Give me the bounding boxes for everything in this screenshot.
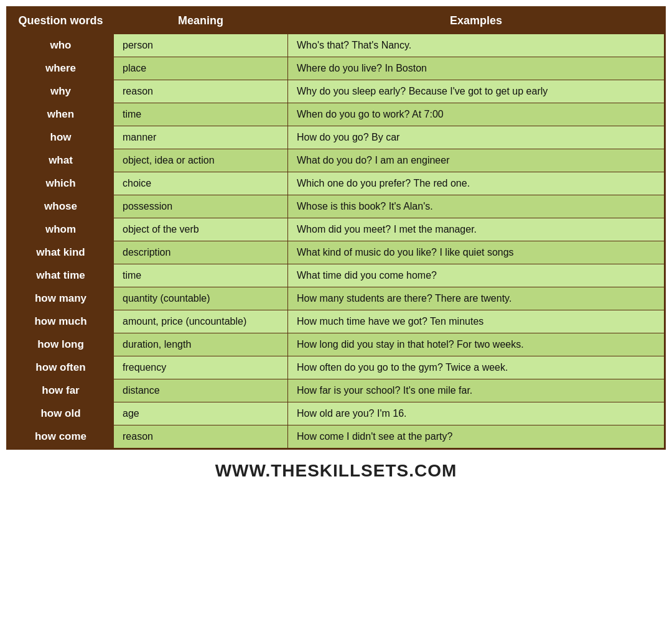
cell-question-word: who [8, 34, 114, 57]
cell-question-word: whose [8, 195, 114, 218]
cell-meaning: time [114, 264, 288, 287]
cell-meaning: time [114, 103, 288, 126]
cell-meaning: duration, length [114, 333, 288, 356]
table-row: whereplaceWhere do you live? In Boston [8, 57, 665, 80]
cell-question-word: how far [8, 379, 114, 402]
cell-meaning: description [114, 241, 288, 264]
table-row: what kinddescriptionWhat kind of music d… [8, 241, 665, 264]
cell-example: Whom did you meet? I met the manager. [288, 218, 665, 241]
cell-example: Why do you sleep early? Because I've got… [288, 80, 665, 103]
header-question-words: Question words [8, 8, 114, 34]
cell-question-word: how long [8, 333, 114, 356]
table-row: how manyquantity (countable)How many stu… [8, 287, 665, 310]
table-row: whichchoiceWhich one do you prefer? The … [8, 172, 665, 195]
cell-meaning: reason [114, 425, 288, 448]
cell-example: How often do you go to the gym? Twice a … [288, 356, 665, 379]
table-row: whatobject, idea or actionWhat do you do… [8, 149, 665, 172]
cell-example: What do you do? I am an engineer [288, 149, 665, 172]
cell-meaning: reason [114, 80, 288, 103]
table-row: how longduration, lengthHow long did you… [8, 333, 665, 356]
cell-meaning: quantity (countable) [114, 287, 288, 310]
cell-example: How come I didn't see at the party? [288, 425, 665, 448]
cell-example: How many students are there? There are t… [288, 287, 665, 310]
header-meaning: Meaning [114, 8, 288, 34]
question-words-table: Question words Meaning Examples whoperso… [6, 6, 666, 450]
cell-example: Who's that? That's Nancy. [288, 34, 665, 57]
cell-example: How do you go? By car [288, 126, 665, 149]
cell-meaning: manner [114, 126, 288, 149]
cell-example: What time did you come home? [288, 264, 665, 287]
table-row: whyreasonWhy do you sleep early? Because… [8, 80, 665, 103]
cell-question-word: when [8, 103, 114, 126]
cell-question-word: how much [8, 310, 114, 333]
cell-question-word: how old [8, 402, 114, 425]
table-row: how comereasonHow come I didn't see at t… [8, 425, 665, 448]
cell-example: When do you go to work? At 7:00 [288, 103, 665, 126]
cell-example: How long did you stay in that hotel? For… [288, 333, 665, 356]
table-row: how muchamount, price (uncountable)How m… [8, 310, 665, 333]
header-examples: Examples [288, 8, 665, 34]
table-row: how fardistanceHow far is your school? I… [8, 379, 665, 402]
table-row: whosepossessionWhose is this book? It's … [8, 195, 665, 218]
table-row: whopersonWho's that? That's Nancy. [8, 34, 665, 57]
cell-meaning: object, idea or action [114, 149, 288, 172]
cell-meaning: object of the verb [114, 218, 288, 241]
table-header-row: Question words Meaning Examples [8, 8, 665, 34]
table-row: whentimeWhen do you go to work? At 7:00 [8, 103, 665, 126]
cell-meaning: distance [114, 379, 288, 402]
cell-question-word: what kind [8, 241, 114, 264]
cell-question-word: how [8, 126, 114, 149]
cell-example: How far is your school? It's one mile fa… [288, 379, 665, 402]
cell-meaning: place [114, 57, 288, 80]
table-row: whomobject of the verbWhom did you meet?… [8, 218, 665, 241]
cell-question-word: how come [8, 425, 114, 448]
cell-example: How much time have we got? Ten minutes [288, 310, 665, 333]
cell-example: What kind of music do you like? I like q… [288, 241, 665, 264]
cell-question-word: what [8, 149, 114, 172]
cell-example: How old are you? I'm 16. [288, 402, 665, 425]
cell-example: Which one do you prefer? The red one. [288, 172, 665, 195]
cell-question-word: how many [8, 287, 114, 310]
cell-question-word: what time [8, 264, 114, 287]
cell-meaning: choice [114, 172, 288, 195]
table-row: how oftenfrequencyHow often do you go to… [8, 356, 665, 379]
table-row: what timetimeWhat time did you come home… [8, 264, 665, 287]
table-row: howmannerHow do you go? By car [8, 126, 665, 149]
cell-example: Where do you live? In Boston [288, 57, 665, 80]
cell-meaning: amount, price (uncountable) [114, 310, 288, 333]
cell-question-word: why [8, 80, 114, 103]
table-row: how oldageHow old are you? I'm 16. [8, 402, 665, 425]
cell-question-word: how often [8, 356, 114, 379]
footer-website: WWW.THESKILLSETS.COM [215, 461, 457, 481]
cell-meaning: person [114, 34, 288, 57]
cell-meaning: frequency [114, 356, 288, 379]
cell-question-word: where [8, 57, 114, 80]
cell-meaning: age [114, 402, 288, 425]
cell-question-word: whom [8, 218, 114, 241]
cell-question-word: which [8, 172, 114, 195]
cell-meaning: possession [114, 195, 288, 218]
cell-example: Whose is this book? It's Alan's. [288, 195, 665, 218]
